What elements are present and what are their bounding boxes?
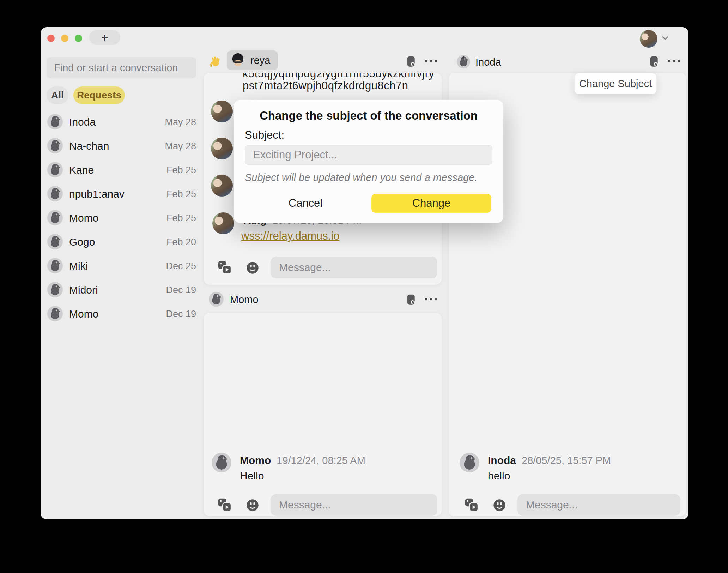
message-text: Hello: [240, 470, 264, 482]
conversation-date: May 28: [165, 117, 196, 128]
conversation-date: Feb 25: [166, 213, 196, 224]
bird-avatar: [47, 258, 63, 273]
bird-avatar: [47, 234, 63, 249]
message-input[interactable]: [271, 261, 437, 273]
bird-avatar: [47, 306, 63, 321]
bird-avatar: [47, 162, 63, 177]
account-menu[interactable]: [640, 30, 670, 48]
filter-requests[interactable]: Requests: [73, 86, 125, 104]
conversation-date: Dec 19: [166, 285, 196, 296]
dialog-title: Change the subject of the conversation: [234, 109, 503, 122]
conversation-name: Momo: [69, 212, 98, 224]
momo-header-avatar: [209, 292, 224, 307]
message-input[interactable]: [517, 499, 680, 511]
peer-pill-reya[interactable]: reya: [227, 50, 278, 70]
npub-text-clipped: k5t5qjyqtfnpdg2lygn1nfr55uykzknffvjry: [243, 73, 435, 80]
conversation-row-npub[interactable]: npub1:anav Feb 25: [47, 184, 196, 204]
message-header: Momo19/12/24, 08:25 AM: [240, 454, 365, 466]
message-composer[interactable]: [271, 494, 437, 516]
change-subject-icon[interactable]: [405, 55, 418, 70]
conversation-date: May 28: [165, 141, 196, 152]
bird-avatar: [47, 186, 63, 201]
conversation-row-momo[interactable]: Momo Feb 25: [47, 208, 196, 228]
user-avatar[interactable]: [640, 30, 657, 48]
inoda-header-avatar: [457, 55, 470, 68]
reya-avatar: [230, 52, 246, 69]
new-conversation-button[interactable]: +: [89, 30, 120, 45]
npub-text: pst7mta2t6wpjh0qfzkdrdgu8ch7n: [243, 79, 408, 92]
bird-avatar: [47, 138, 63, 153]
conversation-name: Na-chan: [69, 140, 109, 152]
conversation-name: Gogo: [69, 236, 95, 248]
message-header: Inoda28/05/25, 15:57 PM: [488, 454, 611, 466]
emoji-icon[interactable]: [492, 498, 506, 514]
waving-hand-icon: [208, 55, 222, 70]
message-composer[interactable]: [517, 494, 680, 516]
bird-avatar: [47, 282, 63, 297]
peer-name: Inoda: [475, 56, 501, 68]
message-sender-avatar: [212, 453, 231, 472]
peeking-avatar: [211, 101, 233, 122]
search-input[interactable]: [47, 62, 190, 74]
change-subject-icon[interactable]: [648, 55, 661, 70]
emoji-icon[interactable]: [245, 261, 260, 276]
conversation-row-momo-2[interactable]: Momo Dec 19: [47, 304, 196, 324]
change-subject-dialog: Change the subject of the conversation S…: [234, 100, 503, 223]
cancel-button[interactable]: Cancel: [277, 194, 334, 213]
change-button[interactable]: Change: [371, 194, 491, 213]
conversation-date: Dec 19: [166, 309, 196, 320]
subject-field-wrap[interactable]: [245, 145, 492, 165]
app-window: + All Requests Inoda May 28 Na-chan May …: [41, 27, 688, 519]
chevron-down-icon[interactable]: [660, 33, 670, 44]
attach-media-icon[interactable]: [217, 497, 232, 514]
conversation-date: Dec 25: [166, 261, 196, 272]
emoji-icon[interactable]: [245, 498, 260, 514]
conversation-name: Midori: [69, 284, 98, 296]
more-options-icon[interactable]: [423, 58, 439, 65]
traffic-light-close[interactable]: [47, 35, 55, 42]
bird-avatar: [47, 114, 63, 129]
relay-link[interactable]: wss://relay.damus.io: [241, 230, 340, 242]
message-sender: Inoda: [488, 454, 516, 466]
conversation-date: Feb 25: [166, 189, 196, 200]
bird-avatar: [47, 210, 63, 225]
conversation-row-miki[interactable]: Miki Dec 25: [47, 256, 196, 276]
peeking-avatar: [211, 175, 233, 197]
traffic-light-zoom[interactable]: [75, 35, 82, 42]
attach-media-icon[interactable]: [217, 260, 232, 276]
change-subject-tooltip: Change Subject: [574, 73, 657, 94]
conversation-date: Feb 25: [166, 165, 196, 176]
conversation-date: Feb 20: [166, 237, 196, 248]
change-subject-icon[interactable]: [405, 294, 418, 308]
message-input[interactable]: [271, 499, 437, 511]
more-options-icon[interactable]: [423, 296, 439, 303]
subject-input[interactable]: [245, 149, 492, 161]
conversation-name: Momo: [69, 308, 98, 320]
subject-label: Subject:: [245, 129, 284, 141]
conversation-name: Miki: [69, 260, 88, 272]
message-text: hello: [488, 470, 510, 482]
more-options-icon[interactable]: [666, 58, 682, 65]
peer-name: Momo: [230, 294, 259, 306]
conversation-row-midori[interactable]: Midori Dec 19: [47, 280, 196, 300]
conversation-name: Inoda: [69, 116, 96, 128]
attach-media-icon[interactable]: [464, 497, 479, 514]
message-body: wss://relay.damus.io: [241, 230, 340, 242]
message-timestamp: 28/05/25, 15:57 PM: [522, 455, 611, 466]
conversation-row-gogo[interactable]: Gogo Feb 20: [47, 232, 196, 252]
search-conversations[interactable]: [47, 57, 196, 78]
message-sender: Momo: [240, 454, 271, 466]
conversation-row-inoda[interactable]: Inoda May 28: [47, 112, 196, 132]
filter-all[interactable]: All: [47, 86, 68, 104]
conversation-row-na-chan[interactable]: Na-chan May 28: [47, 136, 196, 156]
dialog-helper-text: Subject will be updated when you send a …: [245, 172, 477, 183]
peeking-avatar: [211, 138, 233, 159]
conversation-name: npub1:anav: [69, 188, 125, 200]
traffic-light-minimize[interactable]: [61, 35, 68, 42]
peer-name: reya: [250, 55, 270, 66]
conversation-name: Kane: [69, 164, 94, 176]
message-composer[interactable]: [271, 257, 437, 278]
conversation-row-kane[interactable]: Kane Feb 25: [47, 160, 196, 180]
message-sender-avatar-yang: [212, 212, 234, 234]
message-timestamp: 19/12/24, 08:25 AM: [277, 455, 365, 466]
